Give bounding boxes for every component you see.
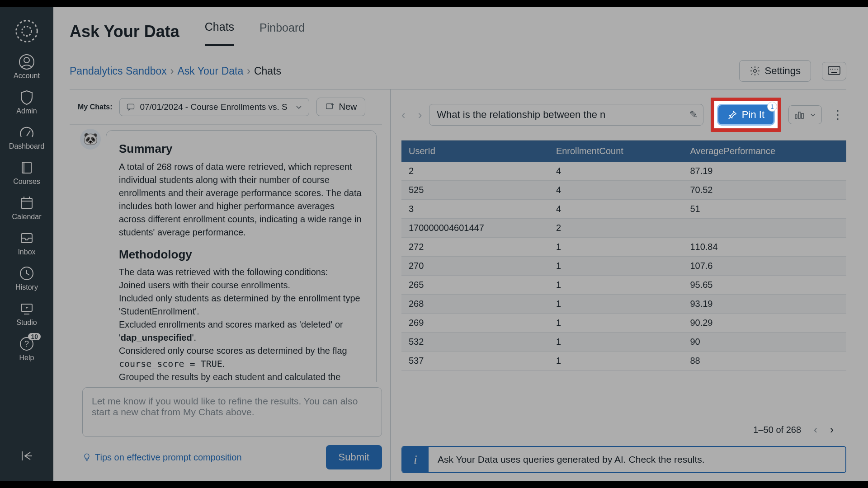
submit-button[interactable]: Submit [326, 445, 382, 469]
new-chat-button[interactable]: New [316, 98, 365, 116]
chat-icon [126, 103, 135, 112]
table-row[interactable]: 268193.19 [401, 295, 846, 314]
gauge-icon [19, 124, 35, 141]
svg-point-22 [830, 69, 831, 70]
svg-point-20 [754, 70, 756, 72]
tab-pinboard[interactable]: Pinboard [259, 18, 305, 45]
calendar-icon [19, 195, 35, 211]
new-chat-label: New [339, 102, 357, 112]
svg-rect-7 [21, 198, 32, 208]
table-row[interactable]: 525470.52 [401, 181, 846, 200]
nav-label: Admin [16, 107, 37, 115]
nav-account[interactable]: Account [0, 49, 53, 84]
selected-chat-label: 07/01/2024 - Course Enrollments vs. S [140, 102, 287, 112]
svg-text:?: ? [24, 339, 29, 348]
svg-point-1 [22, 27, 32, 36]
pager-prev-icon[interactable]: ‹ [814, 423, 817, 436]
chevron-right-icon: › [170, 65, 174, 77]
global-nav: Account Admin Dashboard Courses Calendar… [0, 7, 53, 481]
nav-label: Courses [13, 178, 40, 186]
chat-select[interactable]: 07/01/2024 - Course Enrollments vs. S [119, 98, 309, 116]
chevron-down-icon [810, 112, 816, 118]
nav-collapse[interactable] [0, 443, 53, 469]
info-text: Ask Your Data uses queries generated by … [429, 447, 714, 472]
keyboard-button[interactable] [822, 62, 846, 80]
chat-input[interactable]: Let me know if you would like to refine … [82, 387, 382, 437]
table-row[interactable]: 265195.65 [401, 276, 846, 295]
bar-chart-icon [794, 110, 805, 119]
nav-courses[interactable]: Courses [0, 155, 53, 190]
assistant-message: 🐼 Summary A total of 268 rows of data we… [106, 130, 377, 382]
topbar: Ask Your Data Chats Pinboard [53, 7, 868, 49]
shield-icon [19, 89, 35, 105]
tips-link[interactable]: Tips on effective prompt composition [82, 452, 242, 463]
method-line: The data was retrieved with the followin… [119, 266, 363, 279]
column-header[interactable]: AveragePerformance [683, 141, 846, 162]
nav-calendar[interactable]: Calendar [0, 190, 53, 225]
prev-result-icon[interactable]: ‹ [401, 108, 406, 122]
nav-label: Account [14, 72, 40, 80]
pin-badge: 1 [767, 102, 777, 112]
svg-point-23 [832, 69, 833, 70]
table-row[interactable]: 3451 [401, 200, 846, 219]
tab-chats[interactable]: Chats [205, 17, 234, 46]
keyboard-icon [828, 66, 840, 75]
svg-rect-33 [802, 113, 803, 118]
assistant-avatar: 🐼 [80, 129, 101, 150]
crumb-current: Chats [254, 65, 281, 77]
svg-marker-14 [26, 307, 28, 309]
nav-dashboard[interactable]: Dashboard [0, 120, 53, 155]
lightbulb-icon [82, 453, 91, 462]
svg-rect-32 [798, 112, 800, 118]
pager-next-icon[interactable]: › [830, 423, 834, 436]
settings-button[interactable]: Settings [739, 60, 811, 82]
column-header[interactable]: EnrollmentCount [549, 141, 683, 162]
svg-point-24 [835, 69, 835, 70]
pin-icon [727, 110, 737, 120]
next-result-icon[interactable]: › [418, 108, 422, 122]
nav-label: Calendar [12, 213, 42, 221]
svg-point-3 [24, 57, 29, 63]
nav-history[interactable]: History [0, 261, 53, 296]
info-icon: i [402, 447, 429, 472]
svg-point-0 [16, 21, 38, 42]
table-row[interactable]: 1700000046014472 [401, 219, 846, 238]
svg-rect-27 [127, 104, 134, 109]
crumb-ask-your-data[interactable]: Ask Your Data [177, 65, 243, 77]
column-header[interactable]: UserId [401, 141, 549, 162]
pin-it-button[interactable]: Pin It 1 [717, 104, 775, 126]
table-row[interactable]: 532190 [401, 333, 846, 352]
svg-line-4 [27, 131, 30, 136]
nav-inbox[interactable]: Inbox [0, 225, 53, 261]
nav-studio[interactable]: Studio [0, 296, 53, 331]
table-row[interactable]: 269190.29 [401, 314, 846, 333]
methodology-heading: Methodology [119, 246, 363, 263]
nav-label: History [15, 283, 38, 291]
svg-rect-21 [828, 66, 840, 75]
method-line: Grouped the results by each student and … [119, 371, 363, 382]
monitor-icon [19, 300, 35, 317]
table-row[interactable]: 2701107.6 [401, 257, 846, 276]
svg-rect-26 [831, 72, 837, 73]
table-row[interactable]: 537188 [401, 352, 846, 371]
crumb-sandbox[interactable]: Pandalytics Sandbox [70, 65, 167, 77]
table-row[interactable]: 2487.19 [401, 162, 846, 181]
summary-heading: Summary [119, 141, 363, 158]
nav-label: Dashboard [9, 142, 44, 150]
nav-help[interactable]: 10 ? Help [0, 331, 53, 366]
tips-label: Tips on effective prompt composition [95, 452, 242, 463]
chart-type-button[interactable] [788, 105, 822, 124]
nav-admin[interactable]: Admin [0, 84, 53, 120]
book-icon [19, 160, 35, 176]
gear-icon [750, 66, 760, 76]
pager-text: 1–50 of 268 [753, 425, 801, 435]
pin-highlight-box: Pin It 1 [711, 98, 781, 132]
new-chat-icon [325, 102, 335, 112]
settings-label: Settings [765, 65, 801, 77]
nav-badge: 10 [28, 333, 41, 340]
query-input[interactable]: What is the relationship between the n ✎ [429, 104, 703, 126]
my-chats-label: My Chats: [78, 103, 112, 111]
more-menu-icon[interactable]: ⋮ [829, 108, 846, 122]
table-row[interactable]: 2721110.84 [401, 238, 846, 257]
pencil-icon[interactable]: ✎ [689, 109, 698, 121]
